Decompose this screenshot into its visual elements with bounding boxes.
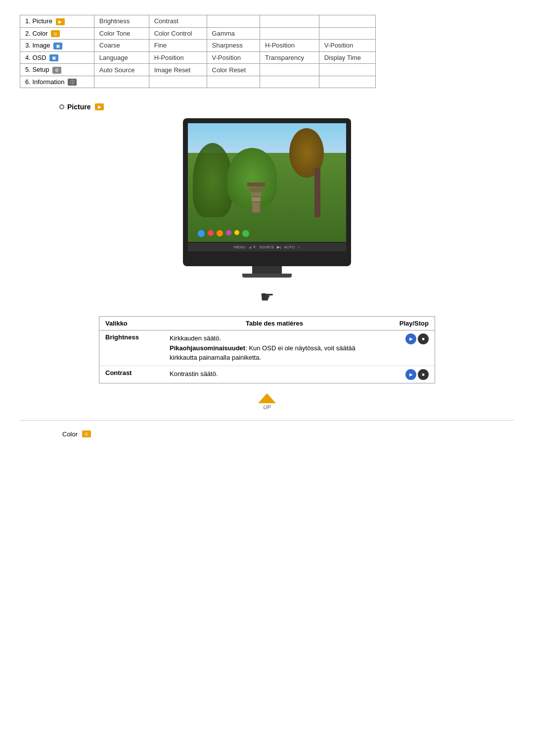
color-section-icon: ◎ [82,430,91,437]
ctrl-auto[interactable]: AUTO [284,245,295,249]
ctrl-power[interactable]: ○ [298,245,300,249]
picture-section-header: Picture ▶ [59,103,514,111]
nav-header-picture[interactable]: 1. Picture ▶ [20,15,94,28]
color-section-title: Color [62,430,78,438]
ctrl-icons: ▲▼ [248,245,256,249]
contrast-btns: ▶ ■ [391,369,429,380]
color-icon-badge: ◎ [51,30,60,37]
picture-section-title: Picture [67,103,90,111]
contrast-label: Contrast [99,366,164,383]
nav-header-information[interactable]: 6. Information ⓘ [20,76,94,88]
flowers [198,230,249,237]
up-arrow[interactable]: UP [258,393,276,410]
up-arrow-label: UP [263,404,270,410]
brightness-desc: Kirkkauden säätö. Pikaohjausominaisuudet… [164,331,385,366]
nav-row-information: 6. Information ⓘ [20,76,376,88]
picture-section-icon: ▶ [95,103,104,110]
nav-header-setup[interactable]: 5. Setup ⚙ [20,64,94,76]
contrast-desc: Kontrastin säätö. [164,366,385,383]
nav-color-control[interactable]: Color Control [149,27,207,40]
osd-icon-badge: ▣ [49,54,58,61]
nav-fine[interactable]: Fine [149,40,207,52]
contrast-play-btn[interactable]: ▶ [405,369,416,380]
monitor-outer: MENU ▲▼ SOURCE ▶| AUTO ○ [183,118,351,278]
nav-coarse[interactable]: Coarse [94,40,149,52]
contrast-play-stop: ▶ ■ [385,366,435,383]
nav-h-position-osd[interactable]: H-Position [149,51,207,64]
up-arrow-container: UP [20,393,514,410]
nav-header-image[interactable]: 3. Image ▣ [20,40,94,52]
nav-sharpness[interactable]: Sharpness [207,40,260,52]
nav-transparency[interactable]: Transparency [260,51,319,64]
nav-image-reset[interactable]: Image Reset [149,64,207,76]
col-header-table: Table des matières [164,317,385,331]
info-table-container: Valikko Table des matières Play/Stop Bri… [99,316,435,383]
info-row-contrast: Contrast Kontrastin säätö. ▶ ■ [99,366,435,383]
monitor-stand [252,266,282,274]
nav-language[interactable]: Language [94,51,149,64]
nav-row-color: 2. Color ◎ Color Tone Color Control Gamm… [20,27,376,40]
brightness-play-stop: ▶ ■ [385,331,435,366]
brightness-btns: ▶ ■ [391,333,429,344]
brightness-stop-btn[interactable]: ■ [418,333,429,344]
ctrl-source-label: SOURCE [259,245,274,249]
nav-header-color[interactable]: 2. Color ◎ [20,27,94,40]
nav-auto-source[interactable]: Auto Source [94,64,149,76]
navigation-table: 1. Picture ▶ Brightness Contrast 2. Colo… [20,15,376,88]
monitor-base [242,274,292,278]
info-table-header-row: Valikko Table des matières Play/Stop [99,317,435,331]
nav-row-setup: 5. Setup ⚙ Auto Source Image Reset Color… [20,64,376,76]
picture-radio-dot [59,104,64,109]
col-header-valikko: Valikko [99,317,164,331]
nav-v-position-image[interactable]: V-Position [319,40,375,52]
nav-color-reset[interactable]: Color Reset [207,64,260,76]
brightness-play-btn[interactable]: ▶ [405,333,416,344]
monitor-controls-bar: MENU ▲▼ SOURCE ▶| AUTO ○ [188,243,346,251]
ctrl-source-btn[interactable]: ▶| [277,245,281,249]
nav-display-time[interactable]: Display Time [319,51,375,64]
nav-color-tone[interactable]: Color Tone [94,27,149,40]
info-table: Valikko Table des matières Play/Stop Bri… [99,317,435,383]
picture-icon: ▶ [56,18,65,25]
nav-h-position-image[interactable]: H-Position [260,40,319,52]
pagoda [247,183,265,212]
image-icon-badge: ▣ [53,43,62,49]
monitor-screen [188,123,346,242]
monitor-container: MENU ▲▼ SOURCE ▶| AUTO ○ [20,118,514,278]
nav-row-osd: 4. OSD ▣ Language H-Position V-Position … [20,51,376,64]
hand-cursor-container: ☛ [20,287,514,306]
nav-brightness[interactable]: Brightness [94,15,149,28]
brightness-bold: Pikaohjausominaisuudet [170,344,245,352]
nav-header-osd[interactable]: 4. OSD ▣ [20,51,94,64]
col-header-play-stop: Play/Stop [385,317,435,331]
nav-row-picture: 1. Picture ▶ Brightness Contrast [20,15,376,28]
ctrl-menu[interactable]: MENU [234,245,246,249]
nav-gamma[interactable]: Gamma [207,27,260,40]
up-arrow-triangle [258,393,276,403]
nav-contrast[interactable]: Contrast [149,15,207,28]
info-icon-badge: ⓘ [68,79,77,86]
brightness-label: Brightness [99,331,164,366]
nav-v-position-osd[interactable]: V-Position [207,51,260,64]
left-tree [193,143,232,217]
garden-scene [188,128,346,242]
section-divider [20,420,514,421]
color-section-header: Color ◎ [59,430,514,438]
contrast-stop-btn[interactable]: ■ [418,369,429,380]
hand-icon: ☛ [260,287,274,306]
setup-icon-badge: ⚙ [52,67,61,74]
info-row-brightness: Brightness Kirkkauden säätö. Pikaohjauso… [99,331,435,366]
nav-row-image: 3. Image ▣ Coarse Fine Sharpness H-Posit… [20,40,376,52]
